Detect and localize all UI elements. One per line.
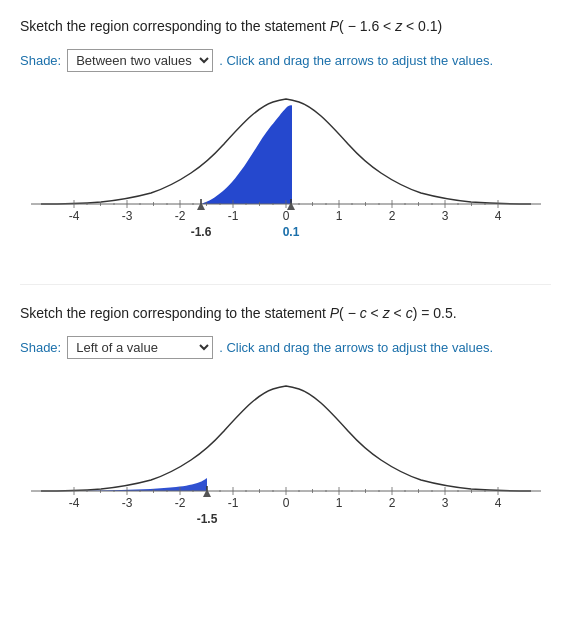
svg-text:-1: -1 — [227, 209, 238, 223]
problem1-title: Sketch the region corresponding to the s… — [20, 16, 551, 37]
axis-labels-1: -4 -3 -2 -1 0 1 2 3 4 — [68, 209, 501, 223]
svg-text:4: 4 — [494, 209, 501, 223]
svg-text:0: 0 — [282, 496, 289, 510]
svg-text:0.1: 0.1 — [282, 225, 299, 239]
problem2-title-prefix: Sketch the region corresponding to the s… — [20, 305, 330, 321]
svg-text:-1: -1 — [227, 496, 238, 510]
svg-text:-2: -2 — [174, 496, 185, 510]
section-divider — [20, 284, 551, 285]
svg-text:-3: -3 — [121, 496, 132, 510]
svg-text:3: 3 — [441, 496, 448, 510]
problem2-shade-label: Shade: — [20, 340, 61, 355]
problem1-shade-instruction: . Click and drag the arrows to adjust th… — [219, 53, 493, 68]
svg-text:0: 0 — [282, 209, 289, 223]
problem2-graph: -4 -3 -2 -1 0 1 2 3 4 -1.5 — [21, 371, 551, 551]
svg-text:-1.6: -1.6 — [190, 225, 211, 239]
problem1-shade-select[interactable]: Between two values Left of a value Right… — [67, 49, 213, 72]
problem1-graph: -4 -3 -2 -1 0 1 2 3 4 -1.6 0.1 — [21, 84, 551, 264]
problem1-shade-label: Shade: — [20, 53, 61, 68]
svg-text:-4: -4 — [68, 209, 79, 223]
svg-text:2: 2 — [388, 496, 395, 510]
problem2-svg: -4 -3 -2 -1 0 1 2 3 4 -1.5 — [21, 371, 551, 551]
problem2-shade-row: Shade: Between two values Left of a valu… — [20, 336, 551, 359]
problem1-section: Sketch the region corresponding to the s… — [20, 16, 551, 264]
svg-text:1: 1 — [335, 496, 342, 510]
problem2-title-math: P( − c < z < c) = 0.5. — [330, 305, 457, 321]
problem2-section: Sketch the region corresponding to the s… — [20, 303, 551, 551]
axis-labels-2: -4 -3 -2 -1 0 1 2 3 4 — [68, 496, 501, 510]
svg-text:-3: -3 — [121, 209, 132, 223]
problem1-shade-row: Shade: Between two values Left of a valu… — [20, 49, 551, 72]
svg-text:-2: -2 — [174, 209, 185, 223]
svg-text:-4: -4 — [68, 496, 79, 510]
problem1-title-math: P( − 1.6 < z < 0.1) — [330, 18, 442, 34]
bell-curve-2 — [41, 386, 531, 491]
arrow1-group[interactable]: -1.6 — [190, 199, 211, 239]
problem2-shade-instruction: . Click and drag the arrows to adjust th… — [219, 340, 493, 355]
svg-text:-1.5: -1.5 — [196, 512, 217, 526]
arrow3-group[interactable]: -1.5 — [196, 486, 217, 526]
problem2-title: Sketch the region corresponding to the s… — [20, 303, 551, 324]
shaded-region-2 — [31, 478, 207, 491]
problem2-shade-select[interactable]: Between two values Left of a value Right… — [67, 336, 213, 359]
problem1-svg: -4 -3 -2 -1 0 1 2 3 4 -1.6 0.1 — [21, 84, 551, 264]
svg-text:3: 3 — [441, 209, 448, 223]
svg-text:4: 4 — [494, 496, 501, 510]
problem1-title-prefix: Sketch the region corresponding to the s… — [20, 18, 330, 34]
svg-text:1: 1 — [335, 209, 342, 223]
svg-text:2: 2 — [388, 209, 395, 223]
